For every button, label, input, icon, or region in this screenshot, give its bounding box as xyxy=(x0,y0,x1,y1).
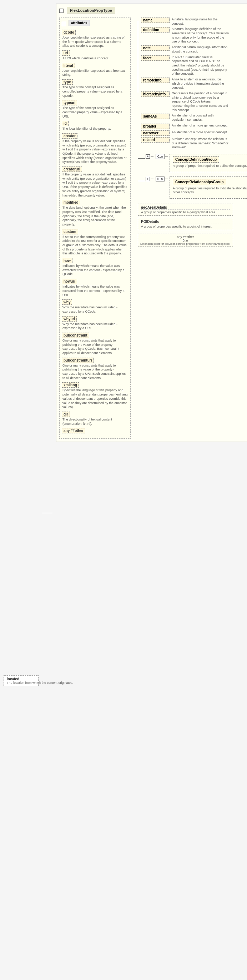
full-layout: - FlexLocationPropType - attributes qcod… xyxy=(56,3,247,442)
right-item: relatedA related concept, where the rela… xyxy=(141,137,229,150)
right-items-list: nameA natural language name for the conc… xyxy=(141,18,229,150)
right-item-name: facet xyxy=(141,56,169,61)
attr-desc: Why the metadata has been included - exp… xyxy=(62,305,128,314)
geo-area-title: geoAreaDetails xyxy=(141,205,230,210)
located-desc: The location from which the content orig… xyxy=(7,681,35,684)
right-item: hierarchyInfoRepresents the position of … xyxy=(141,91,229,112)
concept-def-group: ConceptDefinitionGroup A group of proper… xyxy=(169,154,247,172)
attr-desc: One or many constraints that apply to pu… xyxy=(62,364,128,380)
right-item-desc: A natural language name for the concept. xyxy=(172,18,229,26)
right-item-desc: A link to an item or a web resource whic… xyxy=(172,78,229,90)
attr-desc: The type of the concept assigned as cont… xyxy=(62,85,128,98)
right-item-name: related xyxy=(141,137,169,143)
attr-desc: Why the metadata has been included - exp… xyxy=(62,322,128,331)
connector-area xyxy=(138,18,138,92)
attr-name: id xyxy=(62,121,68,126)
concept-def-row: + 0..n ConceptDefinitionGroup A group of… xyxy=(138,154,247,172)
attr-item: creatoruriIf the property value is not d… xyxy=(62,167,128,197)
attr-desc: If set to true the corresponding propert… xyxy=(62,235,128,256)
attributes-panel: - attributes qcodeA concept identifier e… xyxy=(59,18,131,439)
top-right-section: nameA natural language name for the conc… xyxy=(138,18,247,150)
left-side: located The location from which the cont… xyxy=(3,3,52,686)
attr-item: uriA URI which identifies a concept. xyxy=(62,50,128,61)
attr-name: howuri xyxy=(62,279,77,284)
attr-item: typeuriThe type of the concept assigned … xyxy=(62,100,128,119)
page-title: FlexLocationPropType xyxy=(67,7,115,14)
attr-desc: A URI which identifies a concept. xyxy=(62,56,128,61)
attr-desc: A concept identifier expressed as a stri… xyxy=(62,36,128,48)
attr-desc: A concept identifier expressed as a free… xyxy=(62,69,128,77)
right-item-desc: In NAR 1.8 and later, facet is deprecate… xyxy=(172,56,229,76)
collapse-icon[interactable]: - xyxy=(59,9,63,13)
attr-desc: The type of the concept assigned as cont… xyxy=(62,106,128,119)
right-item: sameAsAn identifier of a concept with eq… xyxy=(141,114,229,122)
header-row: - FlexLocationPropType xyxy=(59,7,247,15)
attr-name: custom xyxy=(62,229,78,234)
any-other-multiplicity: 0..n xyxy=(140,239,231,242)
attr-name: why xyxy=(62,299,72,305)
attr-item: qcodeA concept identifier expressed as a… xyxy=(62,30,128,48)
attr-name: pubconstraint xyxy=(62,332,89,338)
attr-item: whyuriWhy the metadata has been included… xyxy=(62,316,128,331)
attr-desc: The local identifier of the property. xyxy=(62,127,128,131)
concept-rel-desc: A group of properties required to Indica… xyxy=(173,186,247,195)
right-item-name: broader xyxy=(141,124,169,129)
right-item-desc: An identifier of a more generic concept. xyxy=(172,124,228,128)
any-other-bottom: any ##other 0..n Extension point for pro… xyxy=(138,234,233,247)
attrs-list: qcodeA concept identifier expressed as a… xyxy=(62,30,128,434)
attrs-expand-icon[interactable]: - xyxy=(62,22,66,26)
attr-desc: If the property value is not defined: sp… xyxy=(62,139,128,164)
attr-item: pubconstraintOne or many constraints tha… xyxy=(62,332,128,355)
attr-desc: If the property value is not defined: sp… xyxy=(62,173,128,197)
attr-desc: Indicates by which means the value was e… xyxy=(62,264,128,277)
attr-item: pubconstrainturiOne or many constraints … xyxy=(62,358,128,380)
attr-item: dirThe directionality of textual content… xyxy=(62,412,128,426)
attr-item: creatorIf the property value is not defi… xyxy=(62,133,128,164)
right-item-name: name xyxy=(141,18,169,23)
main-container: located The location from which the cont… xyxy=(3,3,244,686)
right-item-name: hierarchyInfo xyxy=(141,91,169,97)
multiplicity-rel: 0..n xyxy=(156,177,165,181)
bottom-section: geoAreaDetails A group of properties spe… xyxy=(138,204,247,247)
multiplicity-def: 0..n xyxy=(156,154,165,159)
concept-rel-row: + 0..n ConceptRelationshipsGroup A group… xyxy=(138,177,247,199)
right-item: facetIn NAR 1.8 and later, facet is depr… xyxy=(141,56,229,76)
concept-rel-group: ConceptRelationshipsGroup A group of pro… xyxy=(169,177,247,199)
attr-name: any ##other xyxy=(62,428,85,433)
poi-title: POIDetails xyxy=(141,220,230,224)
right-item: broaderAn identifier of a more generic c… xyxy=(141,124,229,129)
right-item: definitionA natural language definition … xyxy=(141,27,229,44)
concept-def-title: ConceptDefinitionGroup xyxy=(173,156,219,162)
concept-def-connectors: + 0..n xyxy=(138,154,168,159)
poi-box: POIDetails A group of properties specifi… xyxy=(138,218,233,230)
located-box: located The location from which the cont… xyxy=(3,675,38,686)
attr-desc: One or many constraints that apply to pu… xyxy=(62,339,128,355)
attr-name: qcode xyxy=(62,30,76,35)
right-item-desc: An identifier of a more specific concept… xyxy=(172,130,228,135)
geo-poi-section: geoAreaDetails A group of properties spe… xyxy=(138,204,233,247)
attr-desc: The directionality of textual content (e… xyxy=(62,418,128,426)
geo-area-box: geoAreaDetails A group of properties spe… xyxy=(138,204,233,216)
right-item: remoteInfoA link to an item or a web res… xyxy=(141,78,229,90)
right-item-desc: A natural language definition of the sem… xyxy=(172,27,229,44)
attr-item: idThe local identifier of the property. xyxy=(62,121,128,131)
right-item-desc: Additional natural language information … xyxy=(172,45,229,54)
attr-name: dir xyxy=(62,412,70,417)
attributes-title: attributes xyxy=(68,20,90,26)
attr-item: howIndicates by which means the value wa… xyxy=(62,258,128,277)
any-other-desc: Extension point for provider-defined pro… xyxy=(140,242,231,245)
right-item-name: narrower xyxy=(141,130,169,136)
attr-name: how xyxy=(62,258,73,263)
right-item-name: note xyxy=(141,45,169,51)
attr-item: modifiedThe date (and, optionally, the t… xyxy=(62,200,128,226)
right-item-desc: Represents the position of a concept in … xyxy=(172,91,229,112)
plus-connector-def: + xyxy=(146,154,150,159)
attr-name: creatoruri xyxy=(62,167,82,172)
attr-item: xmllangSpecifies the language of this pr… xyxy=(62,382,128,409)
attr-item: whyWhy the metadata has been included - … xyxy=(62,299,128,314)
attr-name: modified xyxy=(62,200,80,205)
attr-desc: Specifies the language of this property … xyxy=(62,388,128,409)
right-item-name: remoteInfo xyxy=(141,78,169,83)
right-item: noteAdditional natural language informat… xyxy=(141,45,229,54)
attr-name: whyuri xyxy=(62,316,77,321)
